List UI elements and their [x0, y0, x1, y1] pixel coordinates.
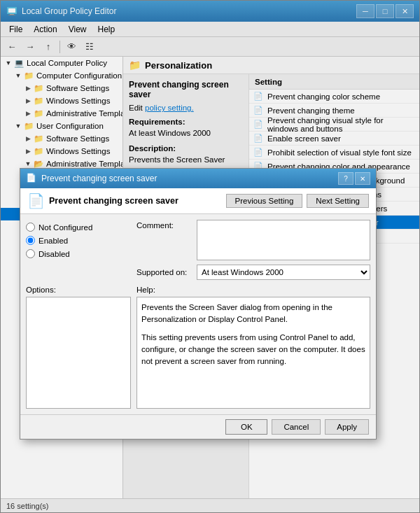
help-text-2: This setting prevents users from using C…: [141, 332, 365, 368]
comment-row: Comment:: [136, 220, 370, 260]
radio-disabled-label: Disabled: [38, 250, 70, 258]
radio-enabled[interactable]: Enabled: [26, 236, 131, 245]
radio-not-configured-input[interactable]: [26, 223, 35, 232]
comment-label: Comment:: [136, 220, 192, 230]
help-box: Prevents the Screen Saver dialog from op…: [136, 297, 370, 409]
dialog-title-icon: 📄: [26, 173, 37, 184]
radio-disabled-input[interactable]: [26, 249, 35, 258]
help-title: Help:: [136, 286, 370, 294]
dialog-inner-header: 📄 Prevent changing screen saver Previous…: [20, 188, 376, 214]
radio-enabled-label: Enabled: [38, 237, 68, 245]
ok-button[interactable]: OK: [225, 419, 267, 435]
supported-select[interactable]: At least Windows 2000: [197, 265, 370, 280]
comment-textarea[interactable]: [197, 220, 370, 260]
dialog-close-button[interactable]: ✕: [355, 172, 370, 185]
dialog-nav-buttons: Previous Setting Next Setting: [226, 194, 369, 208]
dialog-lower: Options: Help: Prevents the Screen Saver…: [20, 286, 376, 414]
dialog-inner-icon: 📄: [27, 192, 45, 209]
help-text-1: Prevents the Screen Saver dialog from op…: [141, 302, 365, 326]
dialog-right: Comment: Supported on: At least Windows …: [136, 220, 370, 280]
supported-label: Supported on:: [136, 268, 192, 276]
options-title: Options:: [26, 286, 131, 294]
help-section: Help: Prevents the Screen Saver dialog f…: [136, 286, 370, 409]
supported-row: Supported on: At least Windows 2000: [136, 265, 370, 280]
options-section: Options:: [26, 286, 131, 409]
radio-disabled[interactable]: Disabled: [26, 249, 131, 258]
dialog-title-controls: ? ✕: [338, 172, 370, 185]
radio-enabled-input[interactable]: [26, 236, 35, 245]
dialog-help-button[interactable]: ?: [338, 172, 354, 185]
options-box: [26, 297, 131, 409]
radio-group: Not Configured Enabled Disabled: [26, 223, 131, 258]
cancel-button[interactable]: Cancel: [272, 419, 321, 435]
next-setting-button[interactable]: Next Setting: [307, 194, 369, 208]
dialog-footer: OK Cancel Apply: [20, 414, 376, 439]
dialog: 📄 Prevent changing screen saver ? ✕ 📄 Pr…: [20, 168, 377, 440]
prev-setting-button[interactable]: Previous Setting: [226, 194, 303, 208]
dialog-inner-title: Prevent changing screen saver: [49, 196, 178, 206]
dialog-body: Not Configured Enabled Disabled Comment:: [20, 214, 376, 286]
dialog-overlay: 📄 Prevent changing screen saver ? ✕ 📄 Pr…: [0, 0, 420, 513]
radio-not-configured-label: Not Configured: [38, 223, 92, 232]
dialog-title-text: Prevent changing screen saver: [41, 174, 338, 183]
apply-button[interactable]: Apply: [325, 419, 369, 435]
dialog-left: Not Configured Enabled Disabled: [26, 220, 131, 280]
radio-not-configured[interactable]: Not Configured: [26, 223, 131, 232]
dialog-title-bar: 📄 Prevent changing screen saver ? ✕: [20, 169, 376, 188]
